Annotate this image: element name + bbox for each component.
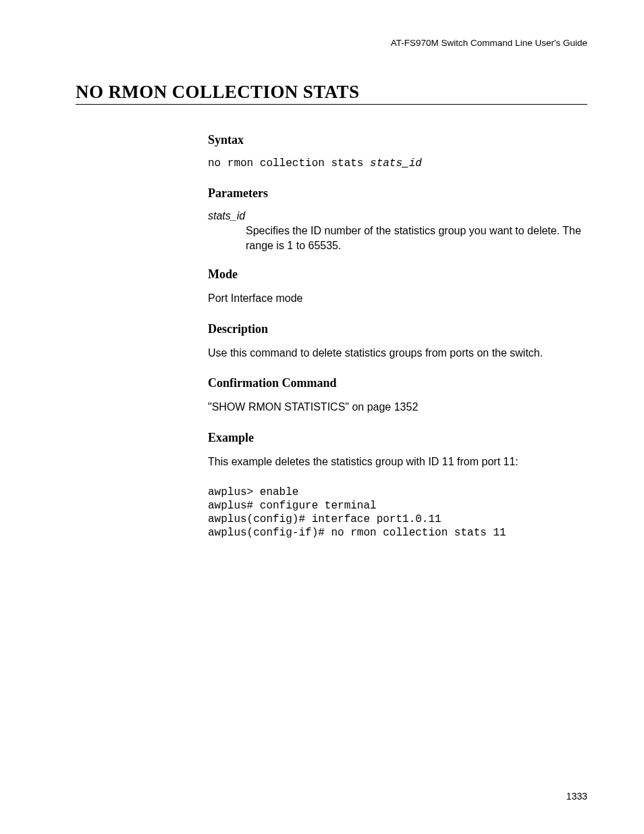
parameters-heading: Parameters (208, 186, 587, 201)
confirmation-heading: Confirmation Command (208, 376, 587, 390)
param-name: stats_id (208, 210, 587, 222)
running-header: AT-FS970M Switch Command Line User's Gui… (76, 38, 587, 48)
mode-text: Port Interface mode (208, 291, 587, 306)
mode-heading: Mode (208, 267, 587, 282)
description-text: Use this command to delete statistics gr… (208, 346, 587, 361)
content-body: Syntax no rmon collection stats stats_id… (208, 133, 587, 540)
example-intro: This example deletes the statistics grou… (208, 454, 587, 469)
syntax-arg: stats_id (370, 157, 422, 170)
document-page: AT-FS970M Switch Command Line User's Gui… (0, 0, 644, 834)
syntax-prefix: no rmon collection stats (208, 157, 370, 170)
page-title: NO RMON COLLECTION STATS (76, 82, 587, 105)
description-heading: Description (208, 322, 587, 336)
example-heading: Example (208, 431, 587, 445)
confirmation-text: "SHOW RMON STATISTICS" on page 1352 (208, 400, 587, 415)
page-number: 1333 (566, 791, 587, 802)
syntax-heading: Syntax (208, 133, 587, 147)
param-description: Specifies the ID number of the statistic… (246, 224, 587, 253)
syntax-command: no rmon collection stats stats_id (208, 157, 587, 170)
example-code: awplus> enable awplus# configure termina… (208, 486, 587, 540)
